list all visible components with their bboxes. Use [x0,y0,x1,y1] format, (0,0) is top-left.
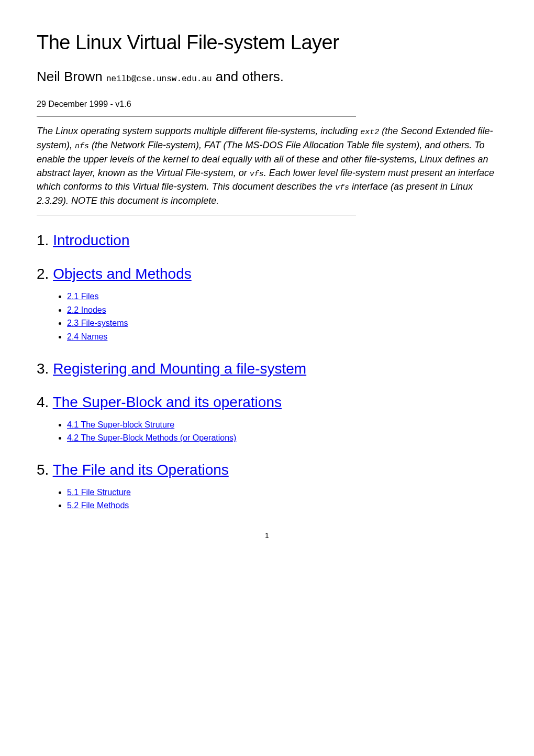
section-5-link[interactable]: The File and its Operations [53,462,229,478]
section-5-list: 5.1 File Structure 5.2 File Methods [67,486,497,512]
section-5-heading: 5. The File and its Operations [37,462,497,478]
section-4-list: 4.1 The Super-block Struture 4.2 The Sup… [67,418,497,445]
section-4-link[interactable]: The Super-Block and its operations [53,394,282,410]
list-item: 2.1 Files [67,290,497,303]
page-number: 1 [37,531,497,540]
list-item: 4.1 The Super-block Struture [67,418,497,432]
divider-top [37,116,356,117]
subsection-2-2-link[interactable]: 2.2 Inodes [67,305,106,314]
section-1-num: 1. [37,232,53,248]
list-item: 2.4 Names [67,330,497,344]
subsection-2-4-link[interactable]: 2.4 Names [67,332,107,341]
author-name: Neil Brown [37,69,103,84]
abstract-term-nfs: nfs [75,142,89,151]
abstract-part1: The Linux operating system supports mult… [37,126,360,136]
section-2-list: 2.1 Files 2.2 Inodes 2.3 File-systems 2.… [67,290,497,343]
subsection-4-1-link[interactable]: 4.1 The Super-block Struture [67,420,174,429]
subsection-2-3-link[interactable]: 2.3 File-systems [67,319,128,327]
abstract-term-ext2: ext2 [360,128,379,137]
section-5-num: 5. [37,462,53,478]
subsection-4-2-link[interactable]: 4.2 The Super-Block Methods (or Operatio… [67,433,236,442]
section-2-num: 2. [37,266,53,282]
section-4-num: 4. [37,394,53,410]
section-2-link[interactable]: Objects and Methods [53,266,192,282]
document-title: The Linux Virtual File-system Layer [37,31,497,54]
section-1-heading: 1. Introduction [37,232,497,249]
section-3-heading: 3. Registering and Mounting a file-syste… [37,360,497,377]
list-item: 2.2 Inodes [67,303,497,317]
date-version: 29 December 1999 - v1.6 [37,100,497,109]
list-item: 5.1 File Structure [67,486,497,499]
divider-bottom [37,215,356,215]
abstract-text: The Linux operating system supports mult… [37,124,497,207]
author-suffix: and others. [216,69,284,84]
section-4-heading: 4. The Super-Block and its operations [37,394,497,411]
author-email: neilb@cse.unsw.edu.au [106,74,212,84]
section-3-num: 3. [37,360,53,377]
section-3-link[interactable]: Registering and Mounting a file-system [53,360,306,377]
subsection-5-2-link[interactable]: 5.2 File Methods [67,501,129,510]
subsection-2-1-link[interactable]: 2.1 Files [67,292,98,301]
abstract-term-vfs1: vfs [250,170,264,179]
list-item: 5.2 File Methods [67,499,497,512]
abstract-term-vfs2: vfs [335,183,349,192]
section-1-link[interactable]: Introduction [53,232,129,248]
document-subtitle: Neil Brown neilb@cse.unsw.edu.au and oth… [37,69,497,85]
list-item: 4.2 The Super-Block Methods (or Operatio… [67,431,497,445]
list-item: 2.3 File-systems [67,316,497,330]
subsection-5-1-link[interactable]: 5.1 File Structure [67,488,131,497]
section-2-heading: 2. Objects and Methods [37,266,497,282]
